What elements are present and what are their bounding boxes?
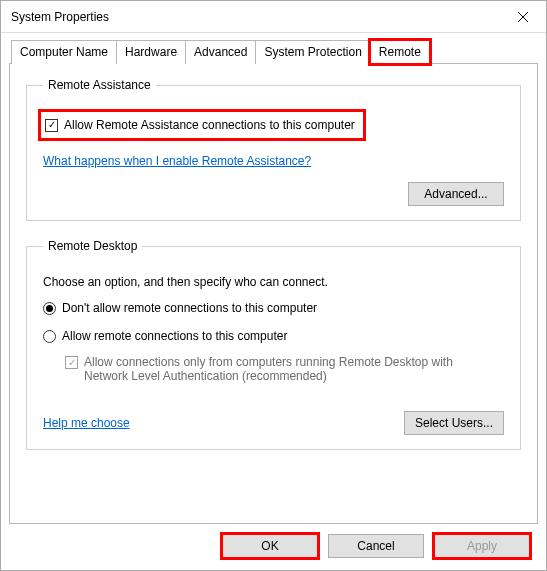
- remote-assistance-legend: Remote Assistance: [43, 78, 156, 92]
- remote-assistance-help-link[interactable]: What happens when I enable Remote Assist…: [43, 154, 311, 168]
- apply-button[interactable]: Apply: [434, 534, 530, 558]
- close-button[interactable]: [500, 1, 546, 33]
- tab-advanced[interactable]: Advanced: [185, 40, 256, 64]
- nla-label: Allow connections only from computers ru…: [84, 355, 484, 383]
- dialog-button-row: OK Cancel Apply: [9, 524, 538, 560]
- tab-remote[interactable]: Remote: [370, 40, 430, 64]
- ok-button[interactable]: OK: [222, 534, 318, 558]
- radio-allow-row[interactable]: Allow remote connections to this compute…: [43, 329, 504, 343]
- dialog-body: Computer Name Hardware Advanced System P…: [1, 33, 546, 570]
- allow-remote-assistance-row[interactable]: Allow Remote Assistance connections to t…: [43, 114, 361, 136]
- cancel-button[interactable]: Cancel: [328, 534, 424, 558]
- tab-computer-name[interactable]: Computer Name: [11, 40, 117, 64]
- select-users-button[interactable]: Select Users...: [404, 411, 504, 435]
- radio-allow[interactable]: [43, 330, 56, 343]
- nla-checkbox: [65, 356, 78, 369]
- tabstrip: Computer Name Hardware Advanced System P…: [11, 39, 538, 63]
- radio-dont-allow[interactable]: [43, 302, 56, 315]
- titlebar: System Properties: [1, 1, 546, 33]
- tab-system-protection[interactable]: System Protection: [255, 40, 370, 64]
- allow-remote-assistance-label: Allow Remote Assistance connections to t…: [64, 118, 355, 132]
- remote-assistance-advanced-button[interactable]: Advanced...: [408, 182, 504, 206]
- remote-desktop-legend: Remote Desktop: [43, 239, 142, 253]
- close-icon: [517, 11, 529, 23]
- help-me-choose-link[interactable]: Help me choose: [43, 416, 130, 430]
- nla-row: Allow connections only from computers ru…: [65, 355, 504, 383]
- tab-panel-remote: Remote Assistance Allow Remote Assistanc…: [9, 63, 538, 524]
- remote-desktop-group: Remote Desktop Choose an option, and the…: [26, 239, 521, 450]
- radio-dont-allow-label: Don't allow remote connections to this c…: [62, 301, 317, 315]
- window-title: System Properties: [11, 10, 109, 24]
- radio-allow-label: Allow remote connections to this compute…: [62, 329, 287, 343]
- remote-desktop-instruction: Choose an option, and then specify who c…: [43, 275, 328, 289]
- radio-dont-allow-row[interactable]: Don't allow remote connections to this c…: [43, 301, 504, 315]
- system-properties-window: System Properties Computer Name Hardware…: [0, 0, 547, 571]
- remote-assistance-group: Remote Assistance Allow Remote Assistanc…: [26, 78, 521, 221]
- tab-hardware[interactable]: Hardware: [116, 40, 186, 64]
- allow-remote-assistance-checkbox[interactable]: [45, 119, 58, 132]
